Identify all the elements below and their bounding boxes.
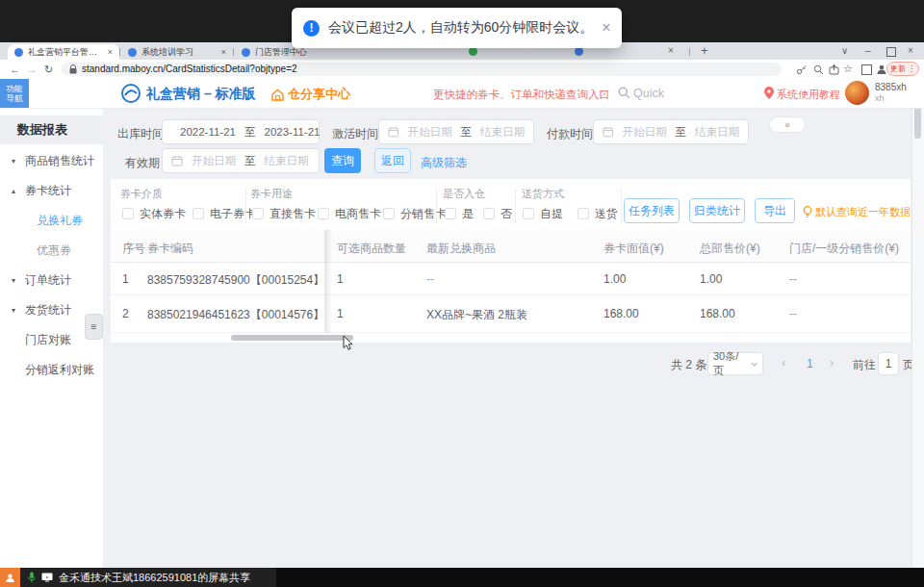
checkbox-icon[interactable] (318, 208, 329, 219)
hand-pointer-icon: ☞ (599, 87, 609, 100)
share-center-link[interactable]: 仓分享中心 (271, 86, 350, 103)
checkbox-e-card[interactable]: 电子券卡 (192, 207, 256, 220)
sidebar-item-goods-sales[interactable]: ▾ 商品销售统计 (0, 146, 103, 176)
new-tab-button[interactable]: + (701, 43, 708, 58)
checkbox-icon[interactable] (122, 208, 134, 219)
checkbox-icon[interactable] (578, 208, 589, 219)
tutorial-link[interactable]: 系统使用教程 (777, 88, 840, 102)
sidebar-item-label: 商品销售统计 (25, 146, 94, 176)
vertical-scrollbar-track[interactable] (911, 79, 924, 568)
horizontal-scrollbar[interactable] (231, 335, 353, 341)
advanced-filter-link[interactable]: 高级筛选 (421, 155, 467, 171)
checkbox-warehouse-no[interactable]: 否 (483, 207, 512, 220)
prev-page-button[interactable]: ‹ (782, 355, 785, 370)
sidebar-item-order-stats[interactable]: ▾ 订单统计 (0, 266, 103, 295)
user-name: 8385xh (875, 82, 907, 92)
checkbox-ecommerce-sale[interactable]: 电商售卡 (318, 207, 381, 220)
tab-close-icon[interactable]: × (221, 47, 226, 57)
payment-date-range[interactable]: 开始日期 至 结束日期 (593, 119, 749, 144)
location-pin-icon (764, 87, 774, 99)
browser-tab-1[interactable]: 礼盒营销平台管理中心 × (8, 44, 119, 60)
search-button-label: 查询 (331, 153, 354, 169)
table-row[interactable]: 2 8385021946451623【00014576】 1 XX品牌~果酒 2… (111, 295, 911, 333)
share-icon[interactable] (829, 64, 839, 75)
checkbox-icon[interactable] (523, 208, 534, 219)
results-card: 券卡介质 券卡用途 是否入仓 送货方式 实体券卡 电子券卡 直接售卡 电商售卡 … (111, 179, 911, 343)
checkbox-warehouse-yes[interactable]: 是 (445, 207, 474, 220)
checkbox-direct-sale[interactable]: 直接售卡 (252, 207, 316, 220)
checkbox-deliver[interactable]: 送货 (578, 207, 618, 220)
sidebar-item-gift-coupon[interactable]: 兑换礼券 (0, 206, 103, 236)
page-number-current[interactable]: 1 (807, 357, 813, 370)
window-chevron-icon[interactable]: ∨ (841, 45, 848, 56)
column-header: 可选商品数量 (337, 241, 406, 257)
cell-latest-goods: XX品牌~果酒 2瓶装 (426, 307, 527, 323)
collapse-filters-button[interactable]: » (769, 116, 806, 133)
page-size-select[interactable]: 30条/页 (707, 352, 763, 375)
checkbox-icon[interactable] (445, 208, 456, 219)
group-label-usage: 券卡用途 (250, 187, 293, 201)
window-maximize-button[interactable] (886, 47, 896, 57)
close-icon[interactable]: × (602, 19, 610, 37)
validity-date-range[interactable]: 开始日期 至 结束日期 (162, 148, 320, 173)
user-avatar[interactable] (845, 81, 869, 105)
bookmark-star-icon[interactable]: ☆ (843, 63, 853, 75)
key-icon[interactable] (796, 64, 807, 75)
nav-toggle-button[interactable]: 功能 导航 (0, 79, 29, 108)
export-button[interactable]: 导出 (755, 198, 795, 223)
back-button[interactable]: 返回 (374, 148, 411, 173)
sidebar-item-rebate-reconciliation[interactable]: 分销返利对账 (0, 355, 103, 385)
microphone-icon (28, 572, 36, 583)
checkbox-distribution-sale[interactable]: 分销售卡 (383, 207, 447, 220)
zoom-icon[interactable] (813, 64, 824, 75)
date-end-placeholder: 结束日期 (695, 125, 739, 140)
checkbox-icon[interactable] (383, 208, 395, 219)
quick-entry-link[interactable]: 更快捷的券卡、订单和快递查询入口 (433, 88, 610, 102)
url-bar[interactable]: standard.maboy.cn/CardStatisticsDetail?o… (62, 63, 782, 76)
activate-date-range[interactable]: 开始日期 至 结束日期 (378, 119, 534, 144)
warehouse-icon (271, 89, 284, 101)
chevron-down-icon (751, 362, 757, 367)
sidebar-item-discount-coupon[interactable]: 优惠券 (0, 236, 103, 266)
checkbox-icon[interactable] (252, 208, 264, 219)
back-icon[interactable]: ← (10, 64, 20, 75)
browser-tab-2[interactable]: 系统培训学习 × (121, 44, 233, 60)
task-list-button[interactable]: 任务列表 (624, 198, 680, 223)
checkbox-physical-card[interactable]: 实体券卡 (122, 207, 186, 220)
column-header: 最新兑换商品 (426, 241, 496, 257)
side-panel-icon[interactable] (861, 64, 872, 75)
cell-store-price: -- (789, 307, 797, 320)
goto-page-input[interactable]: 1 (878, 352, 899, 375)
window-close-button[interactable]: × (908, 45, 913, 56)
tab-divider (689, 48, 690, 56)
screen-share-bar: 金禾通技术王斌18662591081的屏幕共享 (0, 568, 924, 587)
reload-icon[interactable]: ↻ (44, 64, 53, 76)
tab-close-icon[interactable]: × (108, 47, 113, 57)
tab-close-icon[interactable]: × (668, 45, 674, 56)
page-body: 数据报表 ▾ 商品销售统计 ▴ 券卡统计 兑换礼券 优惠券 ▾ 订单统计 ▾ 发… (0, 108, 911, 568)
url-text: standard.maboy.cn/CardStatisticsDetail?o… (82, 64, 297, 74)
checkbox-self-pickup[interactable]: 自提 (523, 207, 563, 220)
tab-favicon-icon (14, 48, 23, 57)
browser-update-button[interactable]: 更新 ⋮ (886, 62, 919, 76)
quick-search-link[interactable]: Quick (633, 87, 664, 100)
outbound-date-range[interactable]: 2022-11-21 至 2023-11-21 (162, 119, 320, 144)
checkbox-icon[interactable] (192, 208, 204, 219)
checkbox-icon[interactable] (483, 208, 495, 219)
window-minimize-button[interactable]: – (865, 45, 871, 56)
forward-icon[interactable]: → (27, 64, 38, 75)
screen: 礼盒营销平台管理中心 × 系统培训学习 × 门店管理中心 × + ∨ – × ←… (0, 0, 924, 587)
sidebar-collapse-handle[interactable]: ≡ (85, 314, 103, 340)
search-button[interactable]: 查询 (324, 148, 361, 173)
mouse-cursor (343, 335, 354, 351)
sidebar-item-label: 分销返利对账 (25, 355, 94, 385)
browser-toolbar: ← → ↻ standard.maboy.cn/CardStatisticsDe… (0, 60, 924, 80)
group-divider (621, 189, 622, 223)
double-chevron-icon: » (784, 119, 790, 130)
next-page-button[interactable]: › (830, 355, 834, 370)
sidebar-item-card-stats[interactable]: ▴ 券卡统计 (0, 176, 103, 206)
kebab-menu-icon[interactable]: ⋮ (908, 64, 915, 73)
classify-stats-button[interactable]: 归类统计 (689, 198, 745, 223)
table-row[interactable]: 1 8385759328745900【00015254】 1 -- 1.00 1… (111, 263, 911, 295)
participant-icon-tile[interactable] (0, 568, 20, 587)
